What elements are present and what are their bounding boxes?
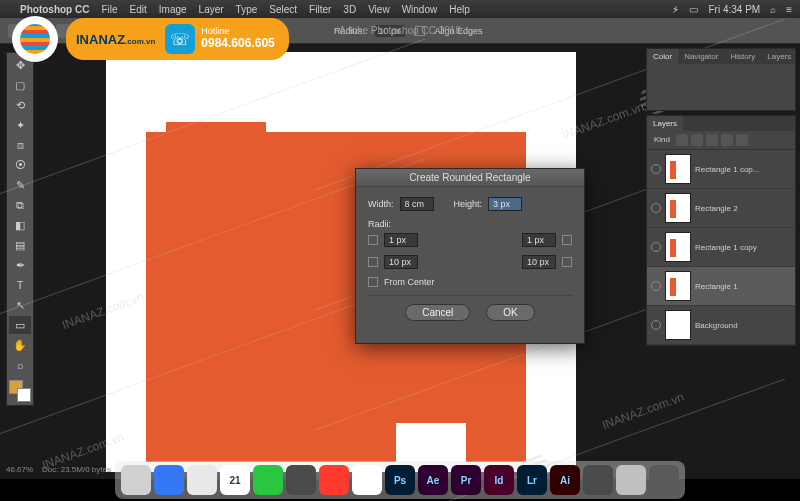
tab-layers[interactable]: Layers — [647, 116, 683, 131]
blend-mode-select[interactable]: Kind — [651, 134, 673, 146]
dock-app-15[interactable] — [616, 465, 646, 495]
menu-file[interactable]: File — [101, 4, 117, 15]
crop-tool[interactable]: ⧈ — [9, 136, 31, 154]
menu-extra-icon[interactable]: ≡ — [786, 4, 792, 15]
dock-app-14[interactable] — [583, 465, 613, 495]
dock-app-9[interactable]: Ae — [418, 465, 448, 495]
layer-name[interactable]: Rectangle 1 copy — [695, 243, 757, 252]
menu-window[interactable]: Window — [402, 4, 438, 15]
width-label: Width: — [368, 199, 394, 209]
dock-app-8[interactable]: Ps — [385, 465, 415, 495]
zoom-tool[interactable]: ⌕ — [9, 356, 31, 374]
ok-button[interactable]: OK — [486, 304, 534, 321]
visibility-icon[interactable] — [651, 203, 661, 213]
dock-app-1[interactable] — [154, 465, 184, 495]
layer-thumbnail[interactable] — [665, 310, 691, 340]
link-radii-icon[interactable] — [562, 235, 572, 245]
radius-tr-input[interactable] — [522, 233, 556, 247]
filter-adjust-icon[interactable] — [691, 134, 703, 146]
radius-tl-input[interactable] — [384, 233, 418, 247]
color-swatches[interactable] — [9, 380, 31, 402]
dock-app-5[interactable] — [286, 465, 316, 495]
dock-app-7[interactable] — [352, 465, 382, 495]
layer-thumbnail[interactable] — [665, 193, 691, 223]
visibility-icon[interactable] — [651, 281, 661, 291]
color-picker-body[interactable] — [647, 64, 795, 110]
eyedropper-tool[interactable]: ⦿ — [9, 156, 31, 174]
dock-app-16[interactable] — [649, 465, 679, 495]
tab-layers-top[interactable]: Layers — [761, 49, 797, 64]
menu-view[interactable]: View — [368, 4, 390, 15]
dock-app-11[interactable]: Id — [484, 465, 514, 495]
hand-tool[interactable]: ✋ — [9, 336, 31, 354]
eraser-tool[interactable]: ◧ — [9, 216, 31, 234]
background-swatch[interactable] — [17, 388, 31, 402]
dock-app-12[interactable]: Lr — [517, 465, 547, 495]
pen-tool[interactable]: ✒ — [9, 256, 31, 274]
menu-select[interactable]: Select — [269, 4, 297, 15]
tab-history[interactable]: History — [724, 49, 761, 64]
visibility-icon[interactable] — [651, 164, 661, 174]
dock-app-13[interactable]: Ai — [550, 465, 580, 495]
search-icon[interactable]: ⌕ — [770, 4, 776, 15]
cancel-button[interactable]: Cancel — [405, 304, 470, 321]
filter-pixel-icon[interactable] — [676, 134, 688, 146]
radius-bl-input[interactable] — [384, 255, 418, 269]
layer-row[interactable]: Rectangle 1 copy — [647, 228, 795, 267]
layer-thumbnail[interactable] — [665, 271, 691, 301]
visibility-icon[interactable] — [651, 320, 661, 330]
layer-row[interactable]: Rectangle 1 — [647, 267, 795, 306]
layer-row[interactable]: Background — [647, 306, 795, 345]
visibility-icon[interactable] — [651, 242, 661, 252]
filter-type-icon[interactable] — [706, 134, 718, 146]
height-input[interactable] — [488, 197, 522, 211]
mac-dock: 21PsAePrIdLrAi — [115, 461, 685, 499]
tab-color[interactable]: Color — [647, 49, 678, 64]
menu-3d[interactable]: 3D — [343, 4, 356, 15]
radius-br-input[interactable] — [522, 255, 556, 269]
link-radii-icon[interactable] — [368, 235, 378, 245]
link-radii-icon[interactable] — [562, 257, 572, 267]
tab-navigator[interactable]: Navigator — [678, 49, 724, 64]
layer-row[interactable]: Rectangle 1 cop... — [647, 150, 795, 189]
stamp-tool[interactable]: ⧉ — [9, 196, 31, 214]
dock-app-3[interactable]: 21 — [220, 465, 250, 495]
rectangle-tool[interactable]: ▭ — [9, 316, 31, 334]
from-center-checkbox[interactable] — [368, 277, 378, 287]
dock-app-6[interactable] — [319, 465, 349, 495]
dock-app-2[interactable] — [187, 465, 217, 495]
clock[interactable]: Fri 4:34 PM — [708, 4, 760, 15]
menu-layer[interactable]: Layer — [199, 4, 224, 15]
menu-edit[interactable]: Edit — [130, 4, 147, 15]
app-menu[interactable]: Photoshop CC — [20, 4, 89, 15]
gradient-tool[interactable]: ▤ — [9, 236, 31, 254]
layer-name[interactable]: Rectangle 1 — [695, 282, 738, 291]
layer-thumbnail[interactable] — [665, 232, 691, 262]
path-tool[interactable]: ↖ — [9, 296, 31, 314]
menu-image[interactable]: Image — [159, 4, 187, 15]
battery-icon[interactable]: ▭ — [689, 4, 698, 15]
zoom-level[interactable]: 46.67% — [6, 465, 33, 474]
menu-filter[interactable]: Filter — [309, 4, 331, 15]
link-radii-icon[interactable] — [368, 257, 378, 267]
layer-name[interactable]: Background — [695, 321, 738, 330]
layer-name[interactable]: Rectangle 1 cop... — [695, 165, 759, 174]
type-tool[interactable]: T — [9, 276, 31, 294]
lasso-tool[interactable]: ⟲ — [9, 96, 31, 114]
wifi-icon[interactable]: ⚡︎ — [672, 4, 679, 15]
radii-label: Radii: — [368, 219, 572, 229]
wand-tool[interactable]: ✦ — [9, 116, 31, 134]
dock-app-4[interactable] — [253, 465, 283, 495]
dock-app-0[interactable] — [121, 465, 151, 495]
dock-app-10[interactable]: Pr — [451, 465, 481, 495]
filter-shape-icon[interactable] — [721, 134, 733, 146]
menu-type[interactable]: Type — [236, 4, 258, 15]
brush-tool[interactable]: ✎ — [9, 176, 31, 194]
layer-thumbnail[interactable] — [665, 154, 691, 184]
width-input[interactable] — [400, 197, 434, 211]
marquee-tool[interactable]: ▢ — [9, 76, 31, 94]
menu-help[interactable]: Help — [449, 4, 470, 15]
layer-row[interactable]: Rectangle 2 — [647, 189, 795, 228]
layer-name[interactable]: Rectangle 2 — [695, 204, 738, 213]
filter-smart-icon[interactable] — [736, 134, 748, 146]
